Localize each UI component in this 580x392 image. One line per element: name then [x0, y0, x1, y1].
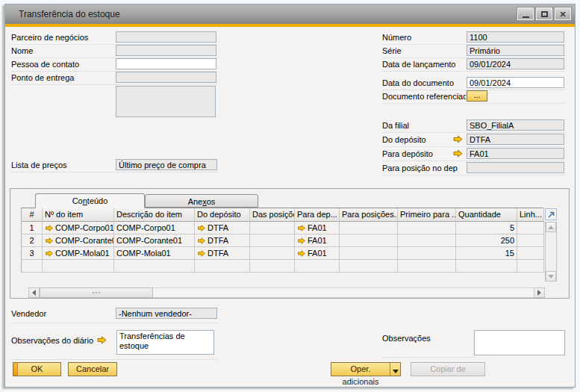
arrow-up-icon [548, 225, 554, 229]
series-label: Série [382, 46, 402, 56]
journal-remarks-link-arrow-icon[interactable] [97, 336, 107, 344]
posting-date-field: 09/01/2024 [467, 58, 564, 69]
table-horizontal-scrollbar[interactable] [28, 287, 545, 298]
to-bin-location-field [467, 162, 564, 173]
salesperson-field: -Nenhum vendedor- [116, 308, 217, 319]
arrow-right-icon [537, 290, 541, 296]
document-date-input[interactable] [467, 77, 564, 88]
remarks-textarea[interactable] [474, 330, 565, 355]
from-branch-field: SBO_FilialA [467, 119, 564, 131]
col-header-item-no[interactable]: Nº do item [43, 208, 114, 222]
scrollbar-thumb[interactable] [40, 287, 153, 298]
default-button-indicator [13, 363, 18, 376]
to-bin-location-label: Para posição no dep [382, 164, 458, 173]
warehouse-link-arrow-icon[interactable] [297, 225, 306, 231]
dropdown-arrow-icon [393, 370, 399, 373]
to-warehouse-link-arrow-icon[interactable] [453, 149, 463, 158]
journal-remarks-label: Observações do diário [11, 336, 93, 346]
col-header-quantity[interactable]: Quantidade [456, 208, 517, 222]
copy-from-button: Copiar de [411, 362, 485, 376]
tab-conteudo[interactable]: Conteúdo [35, 193, 145, 208]
table-row[interactable]: 2 COMP-Corante01 COMP-Corante01 DTFA FA0… [22, 234, 543, 247]
number-label: Número [382, 33, 411, 43]
table-row[interactable]: 1 COMP-Corpo01 COMP-Corpo01 DTFA FA01 5 [22, 222, 543, 234]
warehouse-link-arrow-icon[interactable] [297, 237, 306, 244]
stock-transfer-window: Transferência do estoque ✕ Parceiro de n… [4, 4, 576, 388]
scroll-left-button[interactable] [28, 287, 40, 298]
scroll-up-button[interactable] [546, 222, 556, 232]
item-link-arrow-icon[interactable] [45, 237, 54, 244]
to-warehouse-field: FA01 [467, 148, 564, 159]
close-icon: ✕ [559, 10, 566, 18]
content-panel: Conteúdo Anexos # Nº do item Descrição d… [10, 188, 570, 299]
delivery-point-field [116, 72, 216, 83]
maximize-button[interactable] [536, 7, 552, 20]
address-box [116, 86, 216, 117]
warehouse-link-arrow-icon[interactable] [197, 237, 206, 244]
warehouse-link-arrow-icon[interactable] [297, 250, 306, 257]
price-list-field: Último preço de compra [116, 159, 217, 170]
table-row-empty[interactable] [22, 260, 543, 273]
arrow-left-icon [32, 290, 36, 296]
dropdown-section[interactable] [390, 363, 400, 376]
table-vertical-scrollbar[interactable] [545, 222, 557, 281]
contact-person-input[interactable] [116, 58, 216, 69]
titlebar[interactable]: Transferência do estoque ✕ [5, 4, 575, 24]
table-row[interactable]: 3 COMP-Mola01 COMP-Mola01 DTFA FA01 15 [22, 247, 543, 260]
item-link-arrow-icon[interactable] [45, 250, 54, 257]
arrow-down-icon [548, 275, 554, 279]
from-warehouse-link-arrow-icon[interactable] [453, 135, 463, 143]
name-field [116, 45, 216, 56]
item-link-arrow-icon[interactable] [45, 225, 54, 231]
maximize-icon [541, 11, 548, 17]
warehouse-link-arrow-icon[interactable] [197, 225, 206, 231]
col-header-line[interactable]: Linh... [517, 208, 544, 222]
business-partner-label: Parceiro de negócios [11, 33, 88, 43]
col-header-first-to[interactable]: Primeiro para ... [398, 208, 456, 222]
remarks-label: Observações [382, 334, 431, 343]
tab-anexos[interactable]: Anexos [145, 194, 258, 208]
document-date-label: Data do documento [382, 78, 454, 88]
items-table: # Nº do item Descrição do item Do depósi… [21, 208, 543, 273]
warehouse-link-arrow-icon[interactable] [197, 250, 206, 257]
col-header-to-bins[interactable]: Para posições... [340, 208, 398, 222]
referenced-document-browse-button[interactable]: ... [467, 90, 487, 102]
delivery-point-label: Ponto de entrega [11, 73, 74, 83]
table-header-row: # Nº do item Descrição do item Do depósi… [22, 208, 543, 222]
col-header-from-bins[interactable]: Das posições ... [250, 208, 295, 222]
minimize-icon [523, 12, 529, 18]
col-header-to-warehouse[interactable]: Para dep... [295, 208, 340, 222]
cancel-button[interactable]: Cancelar [68, 362, 117, 376]
scroll-down-button[interactable] [546, 271, 556, 281]
from-warehouse-label: Do depósito [382, 135, 426, 145]
journal-remarks-textarea[interactable]: Transferências de estoque - [116, 330, 214, 355]
salesperson-label: Vendedor [11, 309, 46, 319]
form-settings-expand-icon[interactable] [545, 208, 557, 220]
from-warehouse-field: DTFA [467, 134, 564, 145]
close-button[interactable]: ✕ [555, 7, 571, 20]
col-header-item-description[interactable]: Descrição do item [114, 208, 195, 222]
name-label: Nome [11, 46, 33, 56]
col-header-row-number[interactable]: # [22, 208, 43, 222]
scroll-right-button[interactable] [534, 287, 545, 298]
series-field: Primário [467, 45, 564, 56]
ok-button[interactable]: OK [13, 362, 61, 376]
number-field: 1100 [467, 31, 564, 43]
posting-date-label: Data de lançamento [382, 60, 455, 69]
window-title: Transferência do estoque [5, 9, 120, 19]
to-warehouse-label: Para depósito [382, 149, 433, 159]
from-branch-label: Da filial [382, 121, 409, 131]
scrollbar-track[interactable] [153, 287, 534, 298]
business-partner-field [116, 31, 216, 43]
price-list-label: Lista de preços [11, 161, 67, 170]
col-header-from-warehouse[interactable]: Do depósito [195, 208, 250, 222]
referenced-document-label: Documento referenciado [382, 92, 466, 102]
contact-person-label: Pessoa de contato [11, 60, 79, 69]
additional-operations-button[interactable]: Oper. adicionais [331, 362, 401, 376]
minimize-button[interactable] [517, 7, 534, 20]
